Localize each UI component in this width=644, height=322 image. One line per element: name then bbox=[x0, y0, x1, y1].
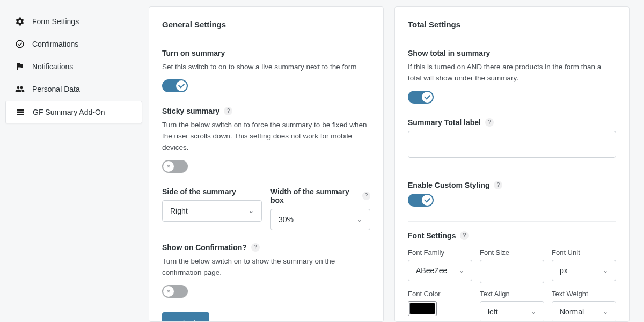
sidebar-item-personal-data[interactable]: Personal Data bbox=[5, 78, 142, 100]
chevron-down-icon: ⌄ bbox=[248, 207, 254, 215]
text-weight-value: Normal bbox=[560, 308, 584, 316]
font-unit-label: Font Unit bbox=[552, 248, 616, 257]
side-of-summary-select[interactable]: Right ⌄ bbox=[162, 200, 262, 222]
help-icon[interactable]: ? bbox=[494, 181, 502, 189]
side-of-summary-value: Right bbox=[170, 207, 188, 215]
help-icon[interactable]: ? bbox=[362, 192, 370, 200]
chevron-down-icon: ⌄ bbox=[603, 308, 608, 316]
show-total-label: Show total in summary bbox=[408, 49, 490, 57]
sidebar-item-label: Confirmations bbox=[32, 40, 78, 48]
sticky-summary-toggle[interactable] bbox=[162, 160, 188, 173]
text-align-select[interactable]: left ⌄ bbox=[480, 301, 544, 322]
font-settings-label: Font Settings bbox=[408, 231, 456, 240]
sidebar-item-label: Form Settings bbox=[32, 17, 79, 26]
font-family-value: ABeeZee bbox=[416, 266, 447, 275]
font-size-input[interactable] bbox=[480, 260, 544, 283]
general-settings-panel: General Settings Turn on summary Set thi… bbox=[149, 6, 384, 322]
total-settings-title: Total Settings bbox=[408, 20, 616, 29]
text-align-label: Text Align bbox=[480, 290, 544, 298]
enable-custom-styling-label: Enable Custom Styling bbox=[408, 181, 489, 189]
gear-icon bbox=[15, 17, 25, 26]
font-family-label: Font Family bbox=[408, 248, 472, 257]
font-size-label: Font Size bbox=[480, 248, 544, 257]
width-of-summary-label: Width of the summary box bbox=[270, 187, 358, 204]
show-on-confirmation-label: Show on Confirmation? bbox=[162, 243, 247, 252]
sidebar-item-notifications[interactable]: Notifications bbox=[5, 56, 142, 77]
sticky-summary-desc: Turn the below switch on to force the su… bbox=[162, 120, 370, 153]
chevron-down-icon: ⌄ bbox=[357, 216, 362, 223]
text-align-value: left bbox=[488, 308, 498, 316]
font-unit-select[interactable]: px ⌄ bbox=[552, 260, 616, 281]
help-icon[interactable]: ? bbox=[485, 118, 494, 127]
chevron-down-icon: ⌄ bbox=[603, 267, 608, 274]
submit-button[interactable]: Submit bbox=[162, 312, 209, 322]
turn-on-summary-label: Turn on summary bbox=[162, 49, 225, 57]
settings-sidebar: Form Settings Confirmations Notification… bbox=[0, 0, 142, 322]
text-weight-select[interactable]: Normal ⌄ bbox=[552, 301, 616, 322]
sidebar-item-confirmations[interactable]: Confirmations bbox=[5, 33, 142, 55]
people-icon bbox=[15, 84, 25, 94]
width-of-summary-select[interactable]: 30% ⌄ bbox=[270, 209, 370, 230]
help-icon[interactable]: ? bbox=[251, 243, 260, 252]
sidebar-item-label: Notifications bbox=[32, 62, 73, 71]
font-color-swatch bbox=[409, 303, 435, 314]
font-color-picker[interactable] bbox=[408, 301, 437, 316]
font-unit-value: px bbox=[560, 266, 568, 275]
summary-total-label-input[interactable] bbox=[408, 131, 616, 158]
font-family-select[interactable]: ABeeZee ⌄ bbox=[408, 260, 472, 281]
chevron-down-icon: ⌄ bbox=[459, 267, 464, 274]
show-on-confirmation-toggle[interactable] bbox=[162, 285, 188, 298]
total-settings-panel: Total Settings Show total in summary If … bbox=[394, 6, 630, 322]
enable-custom-styling-toggle[interactable] bbox=[408, 194, 434, 207]
chevron-down-icon: ⌄ bbox=[531, 308, 536, 316]
sidebar-item-gf-summary-addon[interactable]: GF Summary Add-On bbox=[5, 101, 142, 123]
width-of-summary-value: 30% bbox=[279, 215, 294, 224]
font-color-label: Font Color bbox=[408, 290, 472, 298]
show-total-desc: If this is turned on AND there are produ… bbox=[408, 62, 616, 84]
show-total-toggle[interactable] bbox=[408, 91, 434, 104]
list-icon bbox=[16, 107, 25, 117]
side-of-summary-label: Side of the summary bbox=[162, 187, 236, 196]
sidebar-item-label: GF Summary Add-On bbox=[33, 108, 105, 116]
flag-icon bbox=[15, 62, 25, 71]
turn-on-summary-desc: Set this switch to on to show a live sum… bbox=[162, 62, 370, 73]
sticky-summary-label: Sticky summary bbox=[162, 107, 219, 115]
check-circle-icon bbox=[15, 39, 25, 49]
sidebar-item-label: Personal Data bbox=[32, 85, 80, 93]
summary-total-label-label: Summary Total label bbox=[408, 118, 481, 127]
general-settings-title: General Settings bbox=[162, 20, 370, 29]
help-icon[interactable]: ? bbox=[224, 107, 232, 115]
help-icon[interactable]: ? bbox=[460, 231, 469, 240]
sidebar-item-form-settings[interactable]: Form Settings bbox=[5, 11, 142, 32]
turn-on-summary-toggle[interactable] bbox=[162, 79, 188, 92]
text-weight-label: Text Weight bbox=[552, 290, 616, 298]
show-on-confirmation-desc: Turn the below switch on to show the sum… bbox=[162, 256, 370, 279]
